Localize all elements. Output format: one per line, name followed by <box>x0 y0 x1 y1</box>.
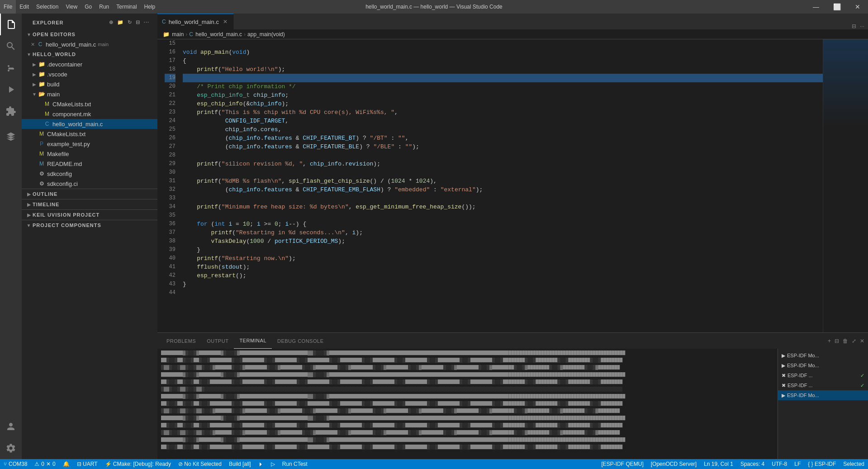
run-ctest-button[interactable]: Run CTest <box>279 459 311 469</box>
idf-status[interactable]: ⚡ CMake: [Debug]: Ready <box>101 459 175 469</box>
source-control-activity-icon[interactable] <box>0 57 22 79</box>
accounts-activity-icon[interactable] <box>0 416 22 437</box>
breadcrumb-main[interactable]: 📁 main <box>163 31 184 38</box>
sdk-ci-icon: ⚙ <box>38 180 45 187</box>
breadcrumb-file[interactable]: C hello_world_main.c <box>189 31 242 38</box>
build-status[interactable]: Build [all] <box>225 459 255 469</box>
minimize-button[interactable]: — <box>806 0 826 14</box>
flash-button[interactable]: ⏵ <box>255 459 267 469</box>
hello-world-section[interactable]: ▼ Hello_World <box>22 49 157 59</box>
outline-arrow: ▶ <box>25 190 33 198</box>
new-folder-icon[interactable]: 📁 <box>116 19 125 26</box>
terminal-item-2[interactable]: ▶ ESP-IDF Mo... <box>778 360 868 370</box>
split-editor-icon[interactable]: ⊟ <box>852 23 856 29</box>
panel-tab-actions: + ⊟ 🗑 ⤢ ✕ <box>828 338 864 344</box>
outline-header[interactable]: ▶ Outline <box>22 189 157 199</box>
cursor-position[interactable]: Ln 19, Col 1 <box>700 459 737 469</box>
terminal-line-7: ████████▓▒░░▒▓████████▓▒░░░▒▓███████████… <box>161 394 774 401</box>
search-activity-icon[interactable] <box>0 35 22 57</box>
devcontainer-item[interactable]: ▶ 📁 .devcontainer <box>22 59 157 69</box>
tab-close-button[interactable]: ✕ <box>222 18 229 25</box>
menu-run[interactable]: Run <box>95 0 113 14</box>
breadcrumb-function[interactable]: app_main(void) <box>247 31 285 38</box>
open-editors-section[interactable]: ▼ Open Editors <box>22 29 157 39</box>
menu-selection[interactable]: Selection <box>33 0 62 14</box>
panel-tab-output[interactable]: Output <box>201 333 234 349</box>
settings-activity-icon[interactable] <box>0 437 22 459</box>
sidebar-actions: ⊕ 📁 ↻ ⊟ ··· <box>108 19 150 26</box>
terminal-item-5[interactable]: ▶ ESP-IDF Mo... <box>778 390 868 400</box>
code-line-25: chip_info.cores, <box>183 125 823 134</box>
code-lines[interactable]: void app_main(void) { printf("Hello worl… <box>179 39 823 332</box>
terminal-content[interactable]: ████████▓▒░░▒▓████████▓▒░░░▒▓███████████… <box>157 349 778 459</box>
esp-idf-qemu-status[interactable]: [ESP-IDF QEMU] <box>598 459 647 469</box>
source-control-status[interactable]: ⑂ COM38 <box>0 459 31 469</box>
kill-terminal-icon[interactable]: 🗑 <box>843 338 848 344</box>
menu-go[interactable]: Go <box>81 0 95 14</box>
sdkconfig-ci-item[interactable]: ▶ ⚙ sdkconfig.ci <box>22 179 157 189</box>
terminal-item-3[interactable]: ✖ ESP-IDF ... ✓ <box>778 370 868 380</box>
keil-header[interactable]: ▶ Keil UVision Project <box>22 210 157 220</box>
esp-idf-activity-icon[interactable] <box>0 126 22 147</box>
add-terminal-icon[interactable]: + <box>828 338 831 344</box>
ellipsis-icon[interactable]: ··· <box>143 19 150 26</box>
menu-help[interactable]: Help <box>141 0 159 14</box>
split-terminal-icon[interactable]: ⊟ <box>835 338 839 344</box>
vscode-item[interactable]: ▶ 📁 .vscode <box>22 69 157 79</box>
code-editor[interactable]: 15 16 17 18 19 20 21 22 23 24 25 26 27 2… <box>157 39 868 332</box>
uart-status[interactable]: ⊟ UART <box>73 459 101 469</box>
indentation-status[interactable]: Spaces: 4 <box>737 459 768 469</box>
terminal-item-4[interactable]: ✖ ESP-IDF ... ✓ <box>778 380 868 390</box>
activity-bar <box>0 14 22 459</box>
close-panel-icon[interactable]: ✕ <box>860 338 864 344</box>
readme-item[interactable]: ▶ M README.md <box>22 159 157 169</box>
hello-world-main-item[interactable]: ▶ C hello_world_main.c <box>22 119 157 129</box>
debug-button[interactable]: ▷ <box>267 459 279 469</box>
notification-status[interactable]: 🔔 <box>59 459 73 469</box>
sdkconfig-item[interactable]: ▶ ⚙ sdkconfig <box>22 169 157 179</box>
menu-file[interactable]: File <box>0 0 16 14</box>
menu-terminal[interactable]: Terminal <box>113 0 140 14</box>
run-debug-activity-icon[interactable] <box>0 79 22 100</box>
eol-status[interactable]: LF <box>791 459 804 469</box>
maximize-button[interactable]: ⬜ <box>826 0 847 14</box>
devcontainer-label: .devcontainer <box>47 61 82 68</box>
encoding-status[interactable]: UTF-8 <box>768 459 791 469</box>
more-actions-icon[interactable]: ··· <box>860 23 864 29</box>
close-tab-icon[interactable]: ✕ <box>31 42 35 47</box>
main-arrow: ▼ <box>31 90 38 98</box>
collapse-icon[interactable]: ⊟ <box>135 19 141 26</box>
timeline-header[interactable]: ▶ Timeline <box>22 199 157 209</box>
explorer-activity-icon[interactable] <box>0 14 22 35</box>
openocd-status[interactable]: [OpenOCD Server] <box>647 459 700 469</box>
panel-tab-debug[interactable]: Debug Console <box>272 333 329 349</box>
main-folder-item[interactable]: ▼ 📂 main <box>22 89 157 99</box>
language-status[interactable]: { } ESP-IDF <box>804 459 840 469</box>
project-components-header[interactable]: ▼ Project Components <box>22 220 157 230</box>
menu-view[interactable]: View <box>62 0 81 14</box>
errors-status[interactable]: ⚠ 0 ✕ 0 <box>31 459 59 469</box>
cmake-debug-label: ⚡ CMake: [Debug]: Ready <box>105 461 171 467</box>
example-test-item[interactable]: ▶ P example_test.py <box>22 139 157 149</box>
refresh-icon[interactable]: ↻ <box>127 19 133 26</box>
extensions-activity-icon[interactable] <box>0 100 22 122</box>
cmake-main-item[interactable]: ▶ M CMakeLists.txt <box>22 99 157 109</box>
cursor-label: Ln 19, Col 1 <box>704 461 733 467</box>
menu-edit[interactable]: Edit <box>16 0 33 14</box>
tab-hello-world-main[interactable]: C hello_world_main.c ✕ <box>157 14 234 29</box>
selected-status[interactable]: Selected <box>840 459 868 469</box>
panel-tab-problems[interactable]: Problems <box>161 333 201 349</box>
close-button[interactable]: ✕ <box>847 0 868 14</box>
makefile-item[interactable]: ▶ M Makefile <box>22 149 157 159</box>
component-mk-item[interactable]: ▶ M component.mk <box>22 109 157 119</box>
project-components-arrow: ▼ <box>25 222 33 229</box>
build-item[interactable]: ▶ 📁 build <box>22 79 157 89</box>
open-editor-item-0[interactable]: ✕ C hello_world_main.c main <box>22 39 157 49</box>
cmake-root-item[interactable]: ▶ M CMakeLists.txt <box>22 129 157 139</box>
new-file-icon[interactable]: ⊕ <box>108 19 114 26</box>
terminal-item-1[interactable]: ▶ ESP-IDF Mo... <box>778 351 868 360</box>
terminal-line-13: ████████▓▒░░▒▓████████▓▒░░░▒▓███████████… <box>161 437 774 445</box>
panel-tab-terminal[interactable]: Terminal <box>234 333 272 349</box>
maximize-panel-icon[interactable]: ⤢ <box>852 338 856 344</box>
kit-status[interactable]: ⊘ No Kit Selected <box>175 459 225 469</box>
